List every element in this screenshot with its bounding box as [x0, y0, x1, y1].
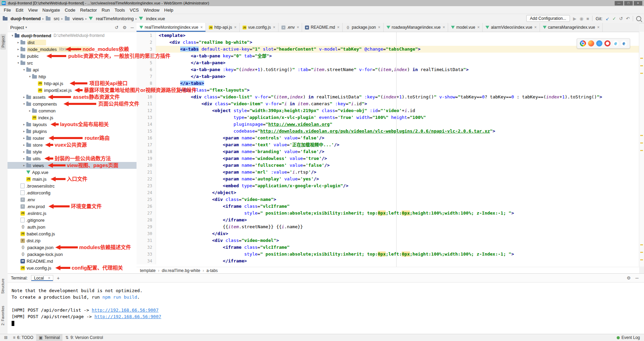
menu-edit[interactable]: Edit [13, 8, 26, 13]
close-icon[interactable]: × [378, 25, 381, 30]
hide-panel-icon[interactable]: ─ [131, 25, 134, 30]
tree-item-router[interactable]: ▸router [8, 135, 137, 141]
chevron-down-icon[interactable]: ▾ [22, 68, 26, 71]
ie-browser-icon[interactable]: e [613, 40, 619, 46]
chevron-right-icon[interactable]: ▸ [16, 41, 20, 44]
tree-item-auth-json[interactable]: {}auth.json [8, 223, 137, 230]
tree-item-importexcel-js[interactable]: JSimportExcel.js [8, 87, 137, 94]
project-panel-title[interactable]: Project [10, 25, 24, 30]
menu-tools[interactable]: Tools [112, 8, 127, 13]
editor-tab-roadwaymanage-index-vue[interactable]: roadwayManage\index.vue× [384, 23, 448, 32]
edge-browser-icon[interactable]: e [621, 40, 627, 46]
terminal-link[interactable]: http://192.168.66.56:9007 [92, 308, 159, 313]
minimize-icon[interactable]: ─ [635, 275, 639, 281]
tree-item-babel-config-js[interactable]: JSbabel.config.js [8, 230, 137, 237]
opera-browser-icon[interactable] [604, 40, 611, 46]
editor-tab-cameramanage-index-vue[interactable]: cameraManage\index.vue× [540, 23, 603, 32]
breadcrumb-item-src[interactable]: src [46, 16, 59, 21]
tree-item-gitignore[interactable]: .gitignore [8, 217, 137, 223]
tree-item-main-js[interactable]: JSmain.js [8, 176, 137, 182]
close-icon[interactable]: × [534, 25, 537, 30]
editor-tab-http-api-js[interactable]: JShttp-api.js× [206, 23, 240, 32]
close-icon[interactable]: × [234, 25, 237, 30]
editor-tab-vue-config-js[interactable]: JSvue.config.js× [240, 23, 278, 32]
tree-item-views[interactable]: ▸views [8, 162, 137, 169]
tree-item-editorconfig[interactable]: .editorconfig [8, 189, 137, 196]
tree-item-eslintrc-js[interactable]: JS.eslintrc.js [8, 210, 137, 217]
firefox-browser-icon[interactable] [588, 40, 594, 46]
tree-item-index-js[interactable]: JSindex.js [8, 114, 137, 121]
tree-item-common[interactable]: ▸common [8, 107, 137, 114]
close-icon[interactable]: × [597, 25, 600, 30]
run-icon[interactable]: ▶ [573, 16, 576, 21]
tree-item-api[interactable]: ▾api [8, 66, 137, 73]
menu-view[interactable]: View [26, 8, 40, 13]
tool-stripe-structure[interactable]: Structure [1, 278, 5, 294]
new-terminal-button[interactable]: + [57, 275, 59, 281]
tree-item-layouts[interactable]: ▸layouts [8, 121, 137, 128]
breadcrumb-item-realtimemonitoring[interactable]: realTimeMonitoring [89, 16, 134, 21]
close-icon[interactable]: × [477, 25, 480, 30]
tree-item-public[interactable]: ▸public [8, 53, 137, 59]
maximize-button[interactable]: □ [624, 1, 633, 5]
minimize-button[interactable]: — [615, 1, 623, 5]
settings-icon[interactable]: ⚙ [627, 275, 631, 281]
menu-run[interactable]: Run [99, 8, 112, 13]
sync-icon[interactable]: ↺ [115, 25, 118, 30]
chevron-down-icon[interactable]: ▾ [22, 102, 26, 106]
tree-item-http-api-js[interactable]: JShttp-api.js [8, 80, 137, 87]
tree-item-dist[interactable]: ▸dist [8, 39, 137, 46]
close-button[interactable]: × [634, 1, 642, 5]
menu-window[interactable]: Window [141, 8, 162, 13]
editor-tab-realtimemonitoring-index-vue[interactable]: realTimeMonitoring\index.vue× [137, 23, 206, 32]
status-todo[interactable]: ≡6: TODO [10, 334, 36, 341]
title-bar[interactable]: WS duoji-frontend [D:\zheheWeb\duoji-fro… [0, 0, 644, 6]
tree-item-src[interactable]: ▾src [8, 59, 137, 66]
chevron-right-icon[interactable]: ▸ [22, 123, 26, 126]
editor-tab-alarmvideos-index-vue[interactable]: alarmVideos\index.vue× [483, 23, 540, 32]
tool-stripe-project[interactable]: Project [0, 34, 6, 50]
tree-item-env[interactable]: ≡.env [8, 196, 137, 203]
chevron-right-icon[interactable]: ▸ [22, 136, 26, 140]
search-everywhere-icon[interactable] [636, 16, 641, 21]
menu-navigate[interactable]: Navigate [40, 8, 62, 13]
breadcrumb-item-duoji-frontend[interactable]: duoji-frontend [3, 16, 41, 21]
chevron-right-icon[interactable]: ▸ [22, 157, 26, 160]
editor-breadcrumb-template[interactable]: template [140, 268, 156, 273]
status-version-control[interactable]: ⇅9: Version Control [62, 334, 105, 341]
chrome-browser-icon[interactable] [580, 40, 586, 46]
terminal-output[interactable]: Note that the development build is not o… [8, 283, 644, 326]
chevron-right-icon[interactable]: ▸ [16, 47, 20, 51]
close-icon[interactable]: × [48, 276, 50, 281]
close-icon[interactable]: × [337, 25, 340, 30]
editor-tab-env[interactable]: ≡.env× [278, 23, 302, 32]
tree-item-store[interactable]: ▸store [8, 141, 137, 148]
menu-code[interactable]: Code [62, 8, 78, 13]
chevron-right-icon[interactable]: ▸ [22, 164, 26, 167]
breadcrumb-item-views[interactable]: views [65, 16, 84, 21]
editor-tab-model-vue[interactable]: model.vue× [448, 23, 483, 32]
tree-item-node-modules[interactable]: ▸node_moduleslibrary root [8, 46, 137, 53]
stop-icon[interactable]: ■ [586, 16, 589, 21]
close-icon[interactable]: × [273, 25, 275, 30]
tree-item-assets[interactable]: ▸assets [8, 94, 137, 100]
menu-file[interactable]: File [1, 8, 13, 13]
update-project-icon[interactable]: ↙ [605, 16, 609, 21]
menu-refactor[interactable]: Refactor [78, 8, 99, 13]
tree-item-browserslistrc[interactable]: .browserslistrc [8, 182, 137, 189]
settings-icon[interactable]: ⚙ [123, 25, 127, 30]
tree-item-dist-zip[interactable]: Zdist.zip [8, 237, 137, 244]
terminal-link[interactable]: http://192.168.66.56:9007 [95, 314, 161, 319]
close-icon[interactable]: × [443, 25, 445, 30]
tree-item-duoji-frontend[interactable]: ▾duoji-frontendD:\zheheWeb\duoji-fronten… [8, 32, 137, 39]
history-icon[interactable]: ↺ [619, 16, 623, 21]
chevron-down-icon[interactable]: ▾ [28, 75, 32, 78]
chevron-right-icon[interactable]: ▸ [22, 95, 26, 99]
safari-browser-icon[interactable] [596, 40, 602, 46]
status-terminal[interactable]: ▣Terminal [36, 334, 63, 341]
editor-tab-package-json[interactable]: {}package.json× [343, 23, 384, 32]
menu-vcs[interactable]: VCS [127, 8, 141, 13]
editor-breadcrumb-div-realtime-bg-white[interactable]: div.realTime.bg-white [162, 268, 200, 273]
chevron-right-icon[interactable]: ▸ [22, 129, 26, 133]
tree-item-package-json[interactable]: {}package.json [8, 244, 137, 251]
